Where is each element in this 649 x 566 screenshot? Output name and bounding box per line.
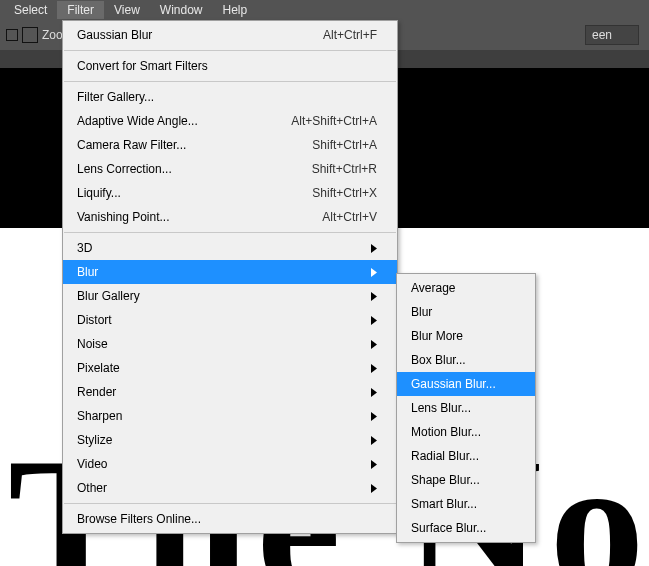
blur-item-gaussian-blur[interactable]: Gaussian Blur...: [397, 372, 535, 396]
menu-select[interactable]: Select: [4, 1, 57, 19]
filter-category-render[interactable]: Render: [63, 380, 397, 404]
filter-category-sharpen[interactable]: Sharpen: [63, 404, 397, 428]
filter-convert-smart[interactable]: Convert for Smart Filters: [63, 54, 397, 78]
menu-window[interactable]: Window: [150, 1, 213, 19]
submenu-arrow-icon: [371, 412, 377, 421]
filter-item[interactable]: Lens Correction...Shift+Ctrl+R: [63, 157, 397, 181]
filter-item[interactable]: Adaptive Wide Angle...Alt+Shift+Ctrl+A: [63, 109, 397, 133]
menubar: Select Filter View Window Help: [0, 0, 649, 20]
blur-item-smart-blur[interactable]: Smart Blur...: [397, 492, 535, 516]
submenu-arrow-icon: [371, 388, 377, 397]
blur-item-surface-blur[interactable]: Surface Blur...: [397, 516, 535, 540]
filter-item[interactable]: Camera Raw Filter...Shift+Ctrl+A: [63, 133, 397, 157]
filter-category-blur[interactable]: Blur: [63, 260, 397, 284]
submenu-arrow-icon: [371, 244, 377, 253]
filter-item[interactable]: Vanishing Point...Alt+Ctrl+V: [63, 205, 397, 229]
filter-category-distort[interactable]: Distort: [63, 308, 397, 332]
submenu-arrow-icon: [371, 460, 377, 469]
filter-category-blur-gallery[interactable]: Blur Gallery: [63, 284, 397, 308]
filter-reapply-last[interactable]: Gaussian Blur Alt+Ctrl+F: [63, 23, 397, 47]
filter-menu: Gaussian Blur Alt+Ctrl+F Convert for Sma…: [62, 20, 398, 534]
blur-submenu: AverageBlurBlur MoreBox Blur...Gaussian …: [396, 273, 536, 543]
submenu-arrow-icon: [371, 292, 377, 301]
menu-separator: [64, 503, 396, 504]
menu-help[interactable]: Help: [213, 1, 258, 19]
blur-item-blur-more[interactable]: Blur More: [397, 324, 535, 348]
blur-item-box-blur[interactable]: Box Blur...: [397, 348, 535, 372]
blur-item-shape-blur[interactable]: Shape Blur...: [397, 468, 535, 492]
filter-category-noise[interactable]: Noise: [63, 332, 397, 356]
screen-mode-select[interactable]: een: [585, 25, 639, 45]
menu-separator: [64, 50, 396, 51]
submenu-arrow-icon: [371, 268, 377, 277]
filter-category-video[interactable]: Video: [63, 452, 397, 476]
filter-category-stylize[interactable]: Stylize: [63, 428, 397, 452]
blur-item-average[interactable]: Average: [397, 276, 535, 300]
zoom-checkbox[interactable]: [22, 27, 38, 43]
filter-category-3d[interactable]: 3D: [63, 236, 397, 260]
options-toggle-icon[interactable]: [6, 29, 18, 41]
menu-separator: [64, 232, 396, 233]
submenu-arrow-icon: [371, 484, 377, 493]
menu-filter[interactable]: Filter: [57, 1, 104, 19]
submenu-arrow-icon: [371, 340, 377, 349]
blur-item-radial-blur[interactable]: Radial Blur...: [397, 444, 535, 468]
menu-separator: [64, 81, 396, 82]
submenu-arrow-icon: [371, 436, 377, 445]
blur-item-motion-blur[interactable]: Motion Blur...: [397, 420, 535, 444]
filter-item[interactable]: Filter Gallery...: [63, 85, 397, 109]
menu-view[interactable]: View: [104, 1, 150, 19]
blur-item-lens-blur[interactable]: Lens Blur...: [397, 396, 535, 420]
filter-category-pixelate[interactable]: Pixelate: [63, 356, 397, 380]
submenu-arrow-icon: [371, 316, 377, 325]
filter-category-other[interactable]: Other: [63, 476, 397, 500]
blur-item-blur[interactable]: Blur: [397, 300, 535, 324]
filter-browse-online[interactable]: Browse Filters Online...: [63, 507, 397, 531]
submenu-arrow-icon: [371, 364, 377, 373]
filter-item[interactable]: Liquify...Shift+Ctrl+X: [63, 181, 397, 205]
